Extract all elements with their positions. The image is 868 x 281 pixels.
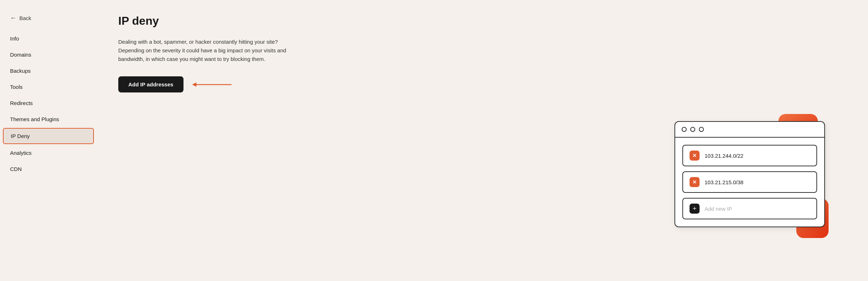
sidebar-item-analytics[interactable]: Analytics (0, 145, 97, 161)
add-new-ip-label: Add new IP (705, 206, 732, 212)
sidebar-item-cdn[interactable]: CDN (0, 161, 97, 177)
browser-body: ✕ 103.21.244.0/22 ✕ 103.21.215.0/38 + (675, 138, 824, 227)
x-icon-1: ✕ (692, 153, 697, 158)
ip-row-1: ✕ 103.21.244.0/22 (682, 145, 817, 166)
sidebar-nav: Info Domains Backups Tools Redirects The… (0, 30, 97, 177)
back-button[interactable]: ← Back (0, 11, 97, 30)
arrow-container (192, 80, 235, 90)
sidebar-item-tools[interactable]: Tools (0, 79, 97, 95)
ip-value-1: 103.21.244.0/22 (705, 153, 743, 159)
add-icon: + (690, 204, 700, 214)
ip-remove-button-2[interactable]: ✕ (690, 177, 700, 187)
main-content: IP deny Dealing with a bot, spammer, or … (97, 0, 868, 281)
page-title: IP deny (118, 14, 846, 28)
svg-marker-1 (192, 82, 196, 87)
sidebar: ← Back Info Domains Backups Tools Redire… (0, 0, 97, 281)
sidebar-item-redirects[interactable]: Redirects (0, 95, 97, 111)
dot-1 (682, 127, 687, 132)
ip-add-row[interactable]: + Add new IP (682, 198, 817, 219)
add-button-row: Add IP addresses (118, 76, 846, 92)
back-label: Back (19, 15, 31, 21)
ip-row-2: ✕ 103.21.215.0/38 (682, 171, 817, 193)
sidebar-item-themes-plugins[interactable]: Themes and Plugins (0, 111, 97, 127)
sidebar-item-info[interactable]: Info (0, 30, 97, 47)
plus-icon: + (693, 205, 697, 212)
browser-mockup: ✕ 103.21.244.0/22 ✕ 103.21.215.0/38 + (674, 121, 825, 227)
ip-value-2: 103.21.215.0/38 (705, 179, 743, 185)
back-arrow-icon: ← (10, 14, 16, 22)
x-icon-2: ✕ (692, 179, 697, 185)
arrow-icon (192, 80, 235, 90)
browser-titlebar (675, 122, 824, 138)
ip-remove-button-1[interactable]: ✕ (690, 151, 700, 161)
add-ip-button[interactable]: Add IP addresses (118, 76, 183, 92)
sidebar-item-domains[interactable]: Domains (0, 47, 97, 63)
sidebar-item-ip-deny[interactable]: IP Deny (3, 128, 94, 144)
dot-3 (699, 127, 704, 132)
page-description: Dealing with a bot, spammer, or hacker c… (118, 38, 305, 63)
sidebar-item-backups[interactable]: Backups (0, 63, 97, 79)
illustration: ✕ 103.21.244.0/22 ✕ 103.21.215.0/38 + (674, 121, 825, 227)
dot-2 (690, 127, 695, 132)
